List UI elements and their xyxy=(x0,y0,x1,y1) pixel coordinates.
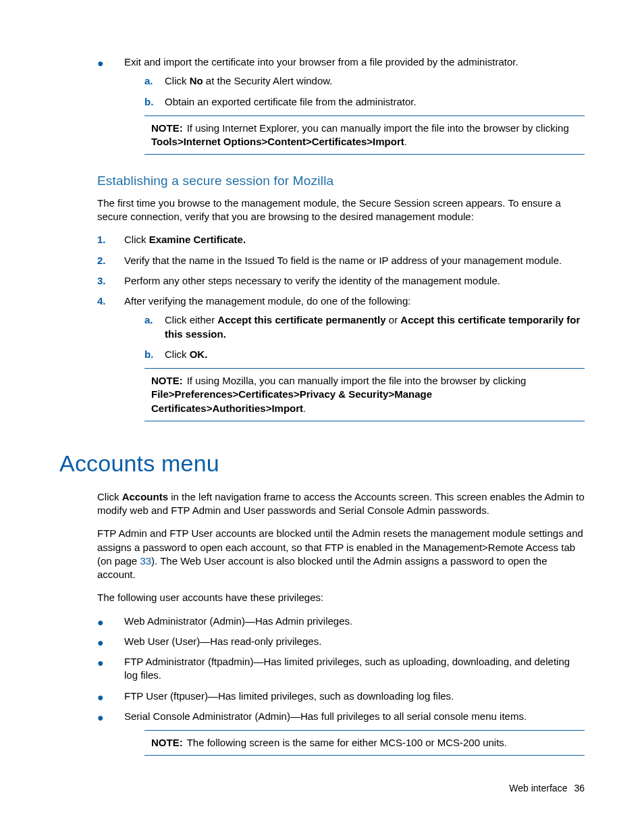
bullet-icon: ● xyxy=(97,712,116,723)
accounts-p1-pre: Click xyxy=(97,491,122,502)
accounts-p2: FTP Admin and FTP User accounts are bloc… xyxy=(97,527,585,581)
note2-label: NOTE: xyxy=(151,375,183,386)
note3-text: The following screen is the same for eit… xyxy=(187,737,507,748)
mozilla-intro-paragraph: The first time you browse to the managem… xyxy=(97,197,585,224)
accounts-privilege-list: ● Web Administrator (Admin)—Has Admin pr… xyxy=(97,615,585,724)
alpha-marker-a: a. xyxy=(144,74,163,88)
priv-b1: Web Administrator (Admin)—Has Admin priv… xyxy=(124,615,352,627)
bullet-icon: ● xyxy=(97,658,116,669)
note1-pre: If using Internet Explorer, you can manu… xyxy=(187,122,569,134)
bullet-icon: ● xyxy=(97,692,116,703)
note-box-mcs: NOTE:The following screen is the same fo… xyxy=(144,730,585,756)
accounts-p1-post: in the left navigation frame to access t… xyxy=(97,491,585,516)
intro-a-bold: No xyxy=(190,75,203,86)
alpha-marker-4b: b. xyxy=(144,348,163,361)
note3-label: NOTE: xyxy=(151,737,183,748)
step4b-pre: Click xyxy=(165,348,190,360)
step4b-bold: OK. xyxy=(190,348,208,360)
page: ● Exit and import the certificate into y… xyxy=(0,0,644,834)
page-footer: Web interface36 xyxy=(509,782,585,795)
accounts-heading: Accounts menu xyxy=(59,448,585,479)
priv-b2: Web User (User)—Has read-only privileges… xyxy=(124,635,321,647)
bullet-icon: ● xyxy=(97,637,116,648)
num-marker-4: 4. xyxy=(97,294,116,308)
intro-bullet-text: Exit and import the certificate into you… xyxy=(124,56,518,68)
intro-bullet-list: ● Exit and import the certificate into y… xyxy=(97,55,585,109)
mozilla-heading: Establishing a secure session for Mozill… xyxy=(97,172,585,190)
num-marker-3: 3. xyxy=(97,274,116,288)
note1-path: Tools>Internet Options>Content>Certifica… xyxy=(151,136,404,147)
intro-step-a: a. Click No at the Security Alert window… xyxy=(144,74,585,88)
note2-post: . xyxy=(303,402,306,414)
step3-text: Perform any other steps necessary to ver… xyxy=(124,275,500,286)
footer-page-number: 36 xyxy=(574,783,585,793)
priv-web-admin: ● Web Administrator (Admin)—Has Admin pr… xyxy=(97,615,585,628)
priv-ftp-user: ● FTP User (ftpuser)—Has limited privile… xyxy=(97,689,585,703)
accounts-p2-post: ). The Web User account is also blocked … xyxy=(97,555,547,580)
note-label: NOTE: xyxy=(151,122,183,134)
step4-text: After verifying the management module, d… xyxy=(124,295,410,307)
mozilla-step-3: 3. Perform any other steps necessary to … xyxy=(97,274,585,288)
content-column: ● Exit and import the certificate into y… xyxy=(97,55,585,756)
accounts-p1-bold: Accounts xyxy=(122,491,168,502)
note-box-mozilla: NOTE:If using Mozilla, you can manually … xyxy=(144,368,585,421)
priv-b5: Serial Console Administrator (Admin)—Has… xyxy=(124,710,527,722)
note-box-ie: NOTE:If using Internet Explorer, you can… xyxy=(144,115,585,155)
step4a-mid: or xyxy=(386,314,401,325)
accounts-p3: The following user accounts have these p… xyxy=(97,591,585,604)
intro-a-pre: Click xyxy=(165,75,190,86)
num-marker-2: 2. xyxy=(97,254,116,267)
priv-serial-admin: ● Serial Console Administrator (Admin)—H… xyxy=(97,710,585,723)
step2-text: Verify that the name in the Issued To fi… xyxy=(124,255,562,266)
step1-bold: Examine Certificate. xyxy=(149,234,246,245)
step1-pre: Click xyxy=(124,234,149,245)
mozilla-step-1: 1. Click Examine Certificate. xyxy=(97,233,585,246)
footer-section: Web interface xyxy=(509,783,567,793)
mozilla-step-4a: a. Click either Accept this certificate … xyxy=(144,313,585,341)
priv-ftp-admin: ● FTP Administrator (ftpadmin)—Has limit… xyxy=(97,655,585,683)
mozilla-step-2: 2. Verify that the name in the Issued To… xyxy=(97,254,585,267)
bullet-icon: ● xyxy=(97,617,116,628)
alpha-marker-4a: a. xyxy=(144,313,163,327)
step4a-b1: Accept this certificate permanently xyxy=(217,314,385,325)
mozilla-steps: 1. Click Examine Certificate. 2. Verify … xyxy=(97,233,585,361)
note1-post: . xyxy=(404,136,407,147)
num-marker-1: 1. xyxy=(97,233,116,246)
priv-b4: FTP User (ftpuser)—Has limited privilege… xyxy=(124,690,454,702)
priv-b3: FTP Administrator (ftpadmin)—Has limited… xyxy=(124,656,570,681)
mozilla-step4-substeps: a. Click either Accept this certificate … xyxy=(144,313,585,361)
accounts-p1: Click Accounts in the left navigation fr… xyxy=(97,490,585,518)
note2-path: File>Preferences>Certificates>Privacy & … xyxy=(151,388,432,413)
intro-alpha-list: a. Click No at the Security Alert window… xyxy=(144,74,585,109)
alpha-marker-b: b. xyxy=(144,95,163,109)
intro-a-post: at the Security Alert window. xyxy=(203,75,333,86)
page-link-33[interactable]: 33 xyxy=(140,555,151,567)
intro-step-b: b. Obtain an exported certificate file f… xyxy=(144,95,585,109)
intro-b-text: Obtain an exported certificate file from… xyxy=(165,96,417,107)
step4a-pre: Click either xyxy=(165,314,217,325)
priv-web-user: ● Web User (User)—Has read-only privileg… xyxy=(97,635,585,648)
intro-bullet-item: ● Exit and import the certificate into y… xyxy=(97,55,585,109)
mozilla-step-4: 4. After verifying the management module… xyxy=(97,294,585,361)
mozilla-step-4b: b. Click OK. xyxy=(144,348,585,361)
note2-pre: If using Mozilla, you can manually impor… xyxy=(187,375,527,386)
bullet-icon: ● xyxy=(97,58,116,69)
